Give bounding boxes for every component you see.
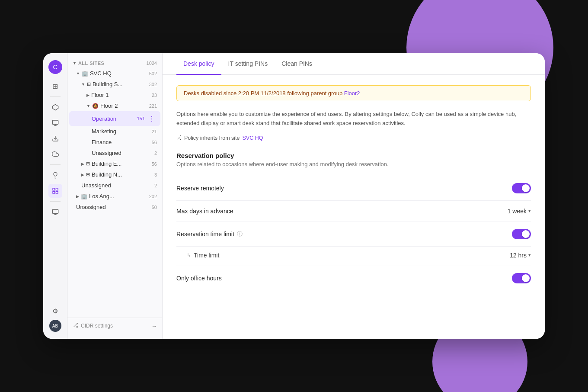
tab-desk-policy[interactable]: Desk policy — [176, 53, 221, 75]
los-ang-label: Los Ang... — [89, 193, 114, 199]
tree-item-building-e[interactable]: ▶ ⊞ Building E... 56 — [69, 158, 160, 169]
user-avatar[interactable]: AB — [49, 320, 61, 332]
operation-label: Operation — [92, 116, 116, 122]
sub-arrow-icon: ↳ — [187, 252, 191, 258]
reserve-remotely-knob — [522, 184, 530, 192]
unassigned-3-count: 50 — [152, 205, 157, 210]
tree-item-unassigned-2[interactable]: Unassigned 2 — [69, 180, 160, 191]
time-limit-sub-val-text: 12 hrs — [510, 252, 527, 259]
time-limit-info-icon[interactable]: ⓘ — [237, 230, 243, 238]
building-n-count: 3 — [154, 172, 157, 177]
alert-banner: Desks disabled since 2:20 PM 11/2/2018 f… — [176, 85, 531, 101]
section-desc: Options related to occasions where end-u… — [176, 161, 531, 167]
operation-kebab[interactable]: ⋮ — [147, 113, 157, 124]
finance-label: Finance — [92, 139, 112, 145]
max-days-val-text: 1 week — [508, 208, 527, 215]
building-e-icon: ⊞ — [86, 161, 90, 167]
policy-sub-row-time-limit: ↳ Time limit 12 hrs ▾ — [176, 247, 531, 266]
time-limit-sub-dropdown[interactable]: 12 hrs ▾ — [510, 252, 531, 259]
marketing-label: Marketing — [92, 128, 116, 135]
nav-icon-bulb[interactable] — [48, 168, 62, 182]
tree-item-building-s[interactable]: ▼ ⊞ Building S... 302 — [69, 79, 160, 90]
office-hours-knob — [522, 274, 530, 282]
tab-clean-pins[interactable]: Clean PINs — [275, 53, 319, 75]
time-limit-sub-label: ↳ Time limit — [187, 252, 510, 259]
main-content: Desk policy IT setting PINs Clean PINs D… — [163, 53, 545, 339]
policy-row-office-hours: Only office hours — [176, 266, 531, 290]
tree-item-unassigned-3[interactable]: Unassigned 50 — [69, 202, 160, 212]
all-sites-chevron: ▼ — [73, 61, 77, 65]
alert-text: Desks disabled since 2:20 PM 11/2/2018 f… — [184, 90, 344, 96]
reserve-remotely-toggle[interactable] — [512, 183, 531, 193]
nav-icon-display[interactable] — [48, 205, 62, 219]
policy-inherit-icon — [176, 135, 182, 141]
svg-rect-1 — [52, 120, 58, 124]
time-limit-toggle[interactable] — [512, 229, 531, 239]
tree-item-unassigned-1[interactable]: Unassigned 2 — [69, 148, 160, 158]
tab-it-setting-pins[interactable]: IT setting PINs — [221, 53, 275, 75]
floor-1-chevron: ▶ — [86, 93, 89, 97]
marketing-count: 21 — [152, 129, 157, 134]
time-limit-sub-label-text: Time limit — [194, 252, 219, 259]
nav-icon-cloud[interactable] — [48, 147, 62, 161]
nav-icon-desk[interactable] — [48, 184, 62, 198]
time-limit-knob — [522, 230, 530, 238]
tabs-bar: Desk policy IT setting PINs Clean PINs — [163, 53, 545, 75]
settings-icon[interactable]: ⚙ — [48, 304, 62, 318]
tree-item-all-sites[interactable]: ▼ ALL SITES 1024 — [69, 58, 160, 68]
time-limit-sub-value: 12 hrs ▾ — [510, 252, 531, 259]
svg-marker-0 — [52, 104, 58, 110]
nav-icon-person[interactable] — [48, 116, 62, 130]
time-limit-value — [512, 229, 531, 239]
policy-row-time-limit: Reservation time limit ⓘ — [176, 222, 531, 247]
time-limit-sub-caret: ▾ — [528, 252, 531, 258]
finance-count: 56 — [152, 140, 157, 145]
unassigned-1-count: 2 — [154, 151, 157, 156]
tree-item-building-n[interactable]: ▶ ⊞ Building N... 3 — [69, 169, 160, 180]
policy-inherit-text: Policy inherits from site — [184, 135, 240, 141]
max-days-dropdown[interactable]: 1 week ▾ — [508, 208, 531, 215]
nav-divider-3 — [50, 201, 61, 202]
floor-1-count: 23 — [152, 93, 157, 98]
max-days-label: Max days in advance — [176, 208, 508, 215]
policy-row-max-days: Max days in advance 1 week ▾ — [176, 201, 531, 222]
building-n-label: Building N... — [92, 171, 122, 178]
reserve-remotely-value — [512, 183, 531, 193]
tree-item-operation[interactable]: Operation 151 ⋮ — [69, 111, 160, 126]
all-sites-count: 1024 — [147, 61, 157, 66]
building-n-icon: ⊞ — [86, 172, 90, 177]
office-hours-toggle[interactable] — [512, 273, 531, 283]
policy-row-reserve-remotely: Reserve remotely — [176, 176, 531, 201]
unassigned-2-label: Unassigned — [81, 182, 111, 189]
operation-count: 151 — [137, 116, 145, 121]
nav-icon-download[interactable] — [48, 132, 62, 145]
section-title: Reservation policy — [176, 152, 531, 159]
max-days-caret: ▾ — [528, 208, 531, 214]
svc-hq-label: SVC HQ — [90, 70, 112, 77]
nav-icon-network[interactable] — [48, 100, 62, 114]
policy-inherit-link[interactable]: SVC HQ — [243, 135, 263, 141]
nav-icon-blocks[interactable]: ⊞ — [48, 79, 62, 93]
tree-item-marketing[interactable]: Marketing 21 — [69, 126, 160, 137]
main-card: C ⊞ ⚙ AB ▼ ALL S — [43, 53, 545, 339]
tree-item-finance[interactable]: Finance 56 — [69, 137, 160, 148]
building-s-chevron: ▼ — [81, 82, 85, 87]
description-text: Options here enable you to customize the… — [176, 110, 531, 128]
building-s-label: Building S... — [93, 81, 122, 87]
los-ang-chevron: ▶ — [76, 194, 79, 199]
floor-2-chevron: ▼ — [86, 104, 90, 108]
logo-icon[interactable]: C — [48, 60, 62, 74]
floor-2-count: 221 — [149, 103, 157, 109]
tree-item-svc-hq[interactable]: ▼ 🏢 SVC HQ 502 — [69, 68, 160, 79]
tree-item-floor-1[interactable]: ▶ Floor 1 23 — [69, 90, 160, 100]
tree-item-los-ang[interactable]: ▶ 🏢 Los Ang... 202 — [69, 191, 160, 202]
tree-sidebar: ▼ ALL SITES 1024 ▼ 🏢 SVC HQ 502 ▼ ⊞ Buil… — [67, 53, 163, 339]
tree-item-floor-2[interactable]: ▼ 🔕 Floor 2 221 — [69, 100, 160, 111]
policy-inherit-notice: Policy inherits from site SVC HQ — [176, 135, 531, 141]
svg-rect-8 — [56, 188, 58, 190]
floor-2-icon: 🔕 — [92, 103, 99, 109]
tree-sidebar-footer[interactable]: CIDR settings → — [67, 318, 162, 334]
office-hours-label: Only office hours — [176, 275, 512, 282]
building-e-chevron: ▶ — [81, 162, 84, 166]
time-limit-label: Reservation time limit ⓘ — [176, 230, 512, 238]
